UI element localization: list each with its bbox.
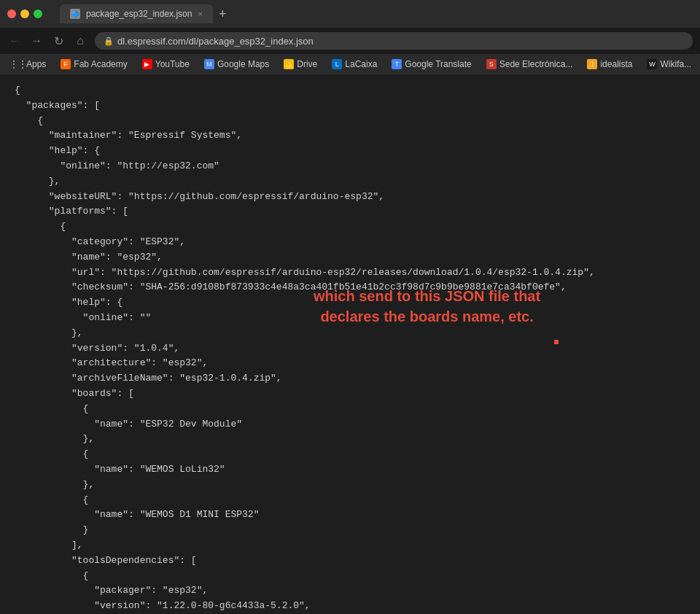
google-maps-icon: M	[204, 59, 214, 69]
bookmark-translate-label: Google Translate	[405, 59, 471, 69]
bookmark-lacaixa[interactable]: L LaCaixa	[326, 58, 383, 71]
titlebar: 🔷 package_esp32_index.json × +	[0, 0, 700, 28]
addressbar: ← → ↻ ⌂ 🔒 dl.espressif.com/dl/package_es…	[0, 28, 700, 54]
url-text: dl.espressif.com/dl/package_esp32_index.…	[117, 36, 314, 47]
bookmark-fab-academy[interactable]: F Fab Academy	[55, 58, 133, 71]
bookmark-sede-label: Sede Electrónica...	[499, 59, 573, 69]
json-content: { "packages": [ { "maintainer": "Espress…	[15, 83, 685, 614]
active-tab[interactable]: 🔷 package_esp32_index.json ×	[60, 4, 213, 23]
bookmark-drive[interactable]: △ Drive	[278, 58, 323, 71]
bookmark-lacaixa-label: LaCaixa	[345, 59, 377, 69]
lock-icon: 🔒	[104, 36, 114, 46]
traffic-lights	[7, 9, 42, 18]
bookmark-google-maps[interactable]: M Google Maps	[198, 58, 275, 71]
bookmarks-bar: ⋮⋮ Apps F Fab Academy ▶ YouTube M Google…	[0, 54, 700, 74]
maximize-button[interactable]	[34, 9, 42, 18]
bookmark-idealista-label: idealista	[600, 59, 632, 69]
bookmark-apps[interactable]: ⋮⋮ Apps	[7, 58, 52, 71]
apps-icon: ⋮⋮	[13, 59, 23, 69]
tab-bar: 🔷 package_esp32_index.json × +	[60, 4, 693, 23]
bookmark-sede[interactable]: S Sede Electrónica...	[481, 58, 579, 71]
bookmark-fab-label: Fab Academy	[74, 59, 127, 69]
drive-icon: △	[284, 59, 294, 69]
bookmark-maps-label: Google Maps	[217, 59, 269, 69]
reload-button[interactable]: ↻	[51, 34, 66, 48]
annotation-line2: declares the boards name, etc.	[320, 308, 533, 325]
home-button[interactable]: ⌂	[73, 34, 88, 47]
translate-icon: T	[392, 59, 402, 69]
new-tab-button[interactable]: +	[219, 7, 227, 22]
tab-label: package_esp32_index.json	[86, 9, 192, 19]
back-button[interactable]: ←	[7, 34, 22, 47]
close-button[interactable]	[7, 9, 16, 18]
content-area: { "packages": [ { "maintainer": "Espress…	[0, 74, 700, 614]
youtube-icon: ▶	[142, 59, 152, 69]
forward-button[interactable]: →	[29, 34, 44, 47]
idealista-icon: i	[587, 59, 597, 69]
annotation-marker	[554, 340, 559, 344]
bookmark-apps-label: Apps	[26, 59, 46, 69]
bookmark-youtube[interactable]: ▶ YouTube	[136, 58, 195, 71]
annotation-line1: which send to this JSON file that	[314, 288, 540, 304]
fab-academy-icon: F	[61, 59, 71, 69]
wikifa-icon: W	[647, 59, 657, 69]
bookmark-wikifa-label: Wikifa...	[660, 59, 691, 69]
url-bar[interactable]: 🔒 dl.espressif.com/dl/package_esp32_inde…	[95, 32, 693, 50]
tab-close-button[interactable]: ×	[198, 9, 202, 18]
annotation-text: which send to this JSON file that declar…	[314, 286, 540, 327]
bookmark-translate[interactable]: T Google Translate	[386, 58, 477, 71]
bookmark-youtube-label: YouTube	[155, 59, 190, 69]
sede-icon: S	[486, 59, 497, 69]
lacaixa-icon: L	[332, 59, 342, 69]
bookmark-drive-label: Drive	[297, 59, 317, 69]
bookmark-wikifa[interactable]: W Wikifa...	[641, 58, 697, 71]
tab-favicon: 🔷	[70, 9, 80, 19]
minimize-button[interactable]	[20, 9, 29, 18]
bookmark-idealista[interactable]: i idealista	[581, 58, 638, 71]
